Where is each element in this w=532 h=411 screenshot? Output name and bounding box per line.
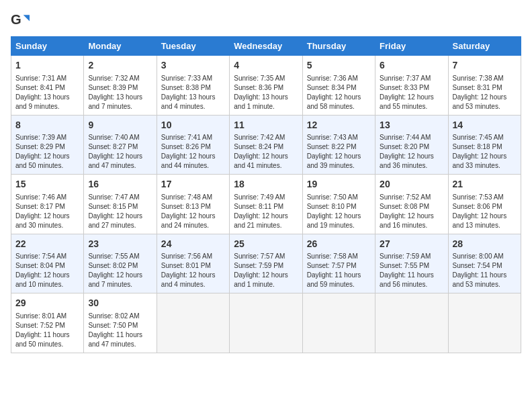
- weekday-header-tuesday: Tuesday: [157, 37, 229, 56]
- day-info: Sunrise: 7:50 AMSunset: 8:10 PMDaylight:…: [307, 193, 371, 230]
- day-info: Sunrise: 7:56 AMSunset: 8:01 PMDaylight:…: [161, 252, 225, 289]
- calendar-cell: 22 Sunrise: 7:54 AMSunset: 8:04 PMDaylig…: [11, 234, 84, 293]
- weekday-header-sunday: Sunday: [11, 37, 84, 56]
- day-number: 18: [234, 178, 298, 191]
- svg-marker-1: [24, 15, 30, 21]
- day-info: Sunrise: 7:57 AMSunset: 7:59 PMDaylight:…: [234, 252, 298, 289]
- day-info: Sunrise: 7:44 AMSunset: 8:20 PMDaylight:…: [380, 133, 443, 171]
- day-number: 20: [380, 178, 443, 191]
- calendar-cell: 11 Sunrise: 7:42 AMSunset: 8:24 PMDaylig…: [230, 115, 302, 175]
- day-number: 7: [453, 59, 517, 73]
- day-number: 25: [234, 238, 298, 251]
- calendar-cell: 15 Sunrise: 7:46 AMSunset: 8:17 PMDaylig…: [11, 175, 84, 234]
- weekday-header-thursday: Thursday: [302, 37, 375, 56]
- weekday-header-saturday: Saturday: [448, 37, 521, 56]
- calendar-cell: 5 Sunrise: 7:36 AMSunset: 8:34 PMDayligh…: [302, 56, 375, 116]
- day-number: 22: [15, 238, 79, 251]
- weekday-header-wednesday: Wednesday: [230, 37, 302, 56]
- calendar-cell: 3 Sunrise: 7:33 AMSunset: 8:38 PMDayligh…: [157, 56, 229, 116]
- day-number: 8: [15, 119, 79, 132]
- calendar-cell: 14 Sunrise: 7:45 AMSunset: 8:18 PMDaylig…: [448, 115, 521, 175]
- calendar-cell: 4 Sunrise: 7:35 AMSunset: 8:36 PMDayligh…: [230, 56, 302, 116]
- day-info: Sunrise: 7:59 AMSunset: 7:55 PMDaylight:…: [380, 252, 443, 289]
- day-info: Sunrise: 7:43 AMSunset: 8:22 PMDaylight:…: [307, 133, 371, 171]
- calendar-cell: 2 Sunrise: 7:32 AMSunset: 8:39 PMDayligh…: [84, 56, 157, 116]
- day-number: 9: [88, 119, 152, 132]
- day-info: Sunrise: 8:01 AMSunset: 7:52 PMDaylight:…: [15, 312, 79, 349]
- calendar-cell: [230, 293, 302, 353]
- day-number: 10: [161, 119, 225, 132]
- calendar-table: SundayMondayTuesdayWednesdayThursdayFrid…: [11, 36, 521, 353]
- calendar-cell: [448, 293, 521, 353]
- calendar-cell: [302, 293, 375, 353]
- day-info: Sunrise: 7:53 AMSunset: 8:06 PMDaylight:…: [453, 193, 517, 230]
- calendar-cell: 19 Sunrise: 7:50 AMSunset: 8:10 PMDaylig…: [302, 175, 375, 234]
- day-info: Sunrise: 7:33 AMSunset: 8:38 PMDaylight:…: [161, 74, 225, 111]
- calendar-cell: 6 Sunrise: 7:37 AMSunset: 8:33 PMDayligh…: [375, 56, 448, 116]
- day-number: 3: [161, 59, 225, 73]
- calendar-week-row: 22 Sunrise: 7:54 AMSunset: 8:04 PMDaylig…: [11, 234, 521, 293]
- calendar-cell: 17 Sunrise: 7:48 AMSunset: 8:13 PMDaylig…: [157, 175, 229, 234]
- day-number: 14: [453, 119, 517, 132]
- day-info: Sunrise: 7:52 AMSunset: 8:08 PMDaylight:…: [380, 193, 443, 230]
- calendar-cell: 8 Sunrise: 7:39 AMSunset: 8:29 PMDayligh…: [11, 115, 84, 175]
- calendar-cell: 10 Sunrise: 7:41 AMSunset: 8:26 PMDaylig…: [157, 115, 229, 175]
- day-info: Sunrise: 7:36 AMSunset: 8:34 PMDaylight:…: [307, 74, 371, 111]
- calendar-cell: 26 Sunrise: 7:58 AMSunset: 7:57 PMDaylig…: [302, 234, 375, 293]
- day-info: Sunrise: 7:31 AMSunset: 8:41 PMDaylight:…: [15, 74, 79, 111]
- day-info: Sunrise: 7:46 AMSunset: 8:17 PMDaylight:…: [15, 193, 79, 230]
- calendar-cell: 21 Sunrise: 7:53 AMSunset: 8:06 PMDaylig…: [448, 175, 521, 234]
- day-number: 13: [380, 119, 443, 132]
- day-info: Sunrise: 7:42 AMSunset: 8:24 PMDaylight:…: [234, 133, 298, 171]
- calendar-week-row: 29 Sunrise: 8:01 AMSunset: 7:52 PMDaylig…: [11, 293, 521, 353]
- calendar-cell: [157, 293, 229, 353]
- day-number: 21: [453, 178, 517, 191]
- day-number: 4: [234, 59, 298, 73]
- day-info: Sunrise: 8:02 AMSunset: 7:50 PMDaylight:…: [88, 312, 152, 349]
- logo: G: [11, 11, 32, 30]
- page-header: G: [11, 11, 521, 30]
- calendar-week-row: 8 Sunrise: 7:39 AMSunset: 8:29 PMDayligh…: [11, 115, 521, 175]
- calendar-cell: 16 Sunrise: 7:47 AMSunset: 8:15 PMDaylig…: [84, 175, 157, 234]
- day-number: 16: [88, 178, 152, 191]
- day-number: 2: [88, 59, 152, 73]
- calendar-cell: 29 Sunrise: 8:01 AMSunset: 7:52 PMDaylig…: [11, 293, 84, 353]
- day-info: Sunrise: 7:40 AMSunset: 8:27 PMDaylight:…: [88, 133, 152, 171]
- calendar-cell: 13 Sunrise: 7:44 AMSunset: 8:20 PMDaylig…: [375, 115, 448, 175]
- day-info: Sunrise: 8:00 AMSunset: 7:54 PMDaylight:…: [453, 252, 517, 289]
- day-info: Sunrise: 7:47 AMSunset: 8:15 PMDaylight:…: [88, 193, 152, 230]
- day-info: Sunrise: 7:55 AMSunset: 8:02 PMDaylight:…: [88, 252, 152, 289]
- weekday-header-row: SundayMondayTuesdayWednesdayThursdayFrid…: [11, 37, 521, 56]
- day-number: 30: [88, 297, 152, 310]
- day-info: Sunrise: 7:45 AMSunset: 8:18 PMDaylight:…: [453, 133, 517, 171]
- calendar-cell: 20 Sunrise: 7:52 AMSunset: 8:08 PMDaylig…: [375, 175, 448, 234]
- day-number: 5: [307, 59, 371, 73]
- calendar-cell: 28 Sunrise: 8:00 AMSunset: 7:54 PMDaylig…: [448, 234, 521, 293]
- calendar-cell: 9 Sunrise: 7:40 AMSunset: 8:27 PMDayligh…: [84, 115, 157, 175]
- day-number: 19: [307, 178, 371, 191]
- day-number: 28: [453, 238, 517, 251]
- calendar-cell: 25 Sunrise: 7:57 AMSunset: 7:59 PMDaylig…: [230, 234, 302, 293]
- weekday-header-friday: Friday: [375, 37, 448, 56]
- day-number: 24: [161, 238, 225, 251]
- day-info: Sunrise: 7:58 AMSunset: 7:57 PMDaylight:…: [307, 252, 371, 289]
- weekday-header-monday: Monday: [84, 37, 157, 56]
- day-info: Sunrise: 7:54 AMSunset: 8:04 PMDaylight:…: [15, 252, 79, 289]
- day-number: 6: [380, 59, 443, 73]
- day-info: Sunrise: 7:39 AMSunset: 8:29 PMDaylight:…: [15, 133, 79, 171]
- calendar-cell: 18 Sunrise: 7:49 AMSunset: 8:11 PMDaylig…: [230, 175, 302, 234]
- day-info: Sunrise: 7:38 AMSunset: 8:31 PMDaylight:…: [453, 74, 517, 111]
- day-info: Sunrise: 7:35 AMSunset: 8:36 PMDaylight:…: [234, 74, 298, 111]
- logo-icon: G: [11, 11, 30, 30]
- day-number: 15: [15, 178, 79, 191]
- calendar-cell: 30 Sunrise: 8:02 AMSunset: 7:50 PMDaylig…: [84, 293, 157, 353]
- calendar-week-row: 1 Sunrise: 7:31 AMSunset: 8:41 PMDayligh…: [11, 56, 521, 116]
- calendar-cell: 7 Sunrise: 7:38 AMSunset: 8:31 PMDayligh…: [448, 56, 521, 116]
- day-info: Sunrise: 7:48 AMSunset: 8:13 PMDaylight:…: [161, 193, 225, 230]
- calendar-cell: 1 Sunrise: 7:31 AMSunset: 8:41 PMDayligh…: [11, 56, 84, 116]
- day-info: Sunrise: 7:37 AMSunset: 8:33 PMDaylight:…: [380, 74, 443, 111]
- calendar-cell: 24 Sunrise: 7:56 AMSunset: 8:01 PMDaylig…: [157, 234, 229, 293]
- day-info: Sunrise: 7:32 AMSunset: 8:39 PMDaylight:…: [88, 74, 152, 111]
- day-number: 1: [15, 59, 79, 73]
- day-number: 23: [88, 238, 152, 251]
